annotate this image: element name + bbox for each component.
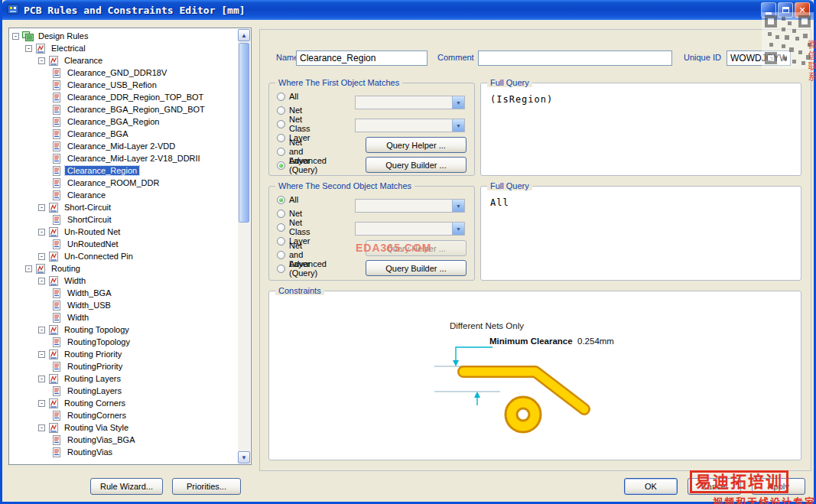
radio-net-and-layer[interactable]: Net and Layer	[277, 146, 310, 157]
second-match-class-combo[interactable]: ▼	[355, 222, 465, 236]
collapse-minus-icon[interactable]: -	[38, 204, 45, 211]
collapse-minus-icon[interactable]: -	[38, 327, 45, 333]
tree-item-label: Clearance_DDR_Region_TOP_BOT	[65, 93, 206, 102]
tree-item-width[interactable]: -Width	[10, 275, 237, 287]
tree-item-clearance-mid-layer-2-vdd[interactable]: Clearance_Mid-Layer 2-VDD	[10, 140, 237, 152]
rule-icon	[51, 190, 63, 200]
tree-item-label: Clearance_USB_Refion	[65, 80, 159, 89]
chevron-down-icon[interactable]: ▼	[452, 119, 464, 132]
collapse-minus-icon[interactable]: -	[38, 400, 45, 407]
tree-item-routing-topology[interactable]: -Routing Topology	[10, 324, 237, 336]
tree-item-label: Clearance_ROOM_DDR	[65, 178, 161, 187]
first-match-net-combo[interactable]: ▼	[355, 96, 465, 109]
priorities-button[interactable]: Priorities...	[172, 478, 241, 495]
tree-item-clearance-bga-region-gnd-bot[interactable]: Clearance_BGA_Region_GND_BOT	[10, 103, 237, 115]
tree-item-label: Electrical	[49, 44, 88, 53]
tree-item-width-usb[interactable]: Width_USB	[10, 299, 237, 311]
comment-input[interactable]	[478, 50, 672, 66]
tree-item-label: Clearance	[62, 56, 105, 65]
tree-item-label: Un-Connected Pin	[62, 252, 135, 261]
collapse-minus-icon[interactable]: -	[38, 424, 45, 431]
radio-net-class[interactable]: Net Class	[277, 222, 310, 232]
rule-type-icon	[48, 56, 60, 66]
radio-net-and-layer[interactable]: Net and Layer	[277, 249, 310, 260]
tree-item-unroutednet[interactable]: UnRoutedNet	[10, 238, 237, 250]
tree-item-un-connected-pin[interactable]: -Un-Connected Pin	[10, 250, 237, 262]
tree-item-label: Clearance_GND_DDR18V	[65, 68, 169, 77]
tree-item-clearance[interactable]: -Clearance	[10, 54, 237, 67]
radio-net[interactable]: Net	[277, 208, 302, 219]
second-object-matches-group: Where The Second Object Matches AllNetNe…	[268, 186, 475, 281]
scrollbar-thumb[interactable]	[239, 43, 249, 223]
scroll-up-icon[interactable]: ▲	[238, 29, 250, 41]
radio-net-class[interactable]: Net Class	[277, 119, 310, 129]
tree-item-routing-priority[interactable]: -Routing Priority	[10, 348, 237, 360]
rule-icon	[51, 337, 63, 347]
tree-item-routing-corners[interactable]: -Routing Corners	[10, 397, 237, 409]
tree-item-routingpriority[interactable]: RoutingPriority	[10, 360, 237, 372]
collapse-minus-icon[interactable]: -	[38, 253, 45, 260]
tree-item-routingcorners[interactable]: RoutingCorners	[10, 409, 237, 421]
first-match-class-combo[interactable]: ▼	[355, 119, 465, 132]
tree-item-shortcircuit[interactable]: ShortCircuit	[10, 213, 237, 226]
radio-icon	[277, 148, 285, 156]
tree-item-routing-via-style[interactable]: -Routing Via Style	[10, 421, 237, 434]
tree-item-clearance-bga[interactable]: Clearance_BGA	[10, 128, 237, 140]
collapse-minus-icon[interactable]: -	[25, 265, 32, 272]
radio-icon	[277, 106, 285, 115]
tree-item-routing[interactable]: -Routing	[10, 262, 237, 275]
radio-advanced-query[interactable]: Advanced (Query)	[277, 263, 327, 274]
design-rules-icon	[22, 31, 34, 41]
collapse-minus-icon[interactable]: -	[38, 229, 45, 236]
tree-item-routing-layers[interactable]: -Routing Layers	[10, 372, 237, 385]
collapse-minus-icon[interactable]: -	[12, 33, 19, 40]
tree-item-short-circuit[interactable]: -Short-Circuit	[10, 201, 237, 213]
tree-item-clearance-bga-region[interactable]: Clearance_BGA_Region	[10, 115, 237, 128]
rule-type-icon	[48, 350, 60, 359]
rule-wizard-button[interactable]: Rule Wizard...	[90, 478, 163, 495]
tree-item-routinglayers[interactable]: RoutingLayers	[10, 385, 237, 397]
radio-all[interactable]: All	[277, 91, 298, 102]
radio-icon	[277, 223, 285, 232]
second-query-builder-button[interactable]: Query Builder ...	[366, 260, 467, 276]
second-match-net-combo[interactable]: ▼	[355, 199, 465, 213]
radio-all[interactable]: All	[277, 194, 298, 205]
tree-item-clearance-region[interactable]: Clearance_Region	[10, 164, 237, 177]
collapse-minus-icon[interactable]: -	[38, 351, 45, 358]
collapse-minus-icon[interactable]: -	[38, 57, 45, 64]
chevron-down-icon[interactable]: ▼	[452, 223, 464, 235]
tree-item-electrical[interactable]: -Electrical	[10, 42, 237, 54]
tree-item-label: ShortCircuit	[65, 215, 113, 224]
scroll-down-icon[interactable]: ▼	[238, 451, 250, 463]
chevron-down-icon[interactable]: ▼	[452, 96, 464, 109]
tree-item-routingvias-bga[interactable]: RoutingVias_BGA	[10, 434, 237, 446]
collapse-minus-icon[interactable]: -	[25, 45, 32, 52]
title-bar[interactable]: PCB Rules and Constraints Editor [mm] ✕	[2, 0, 814, 20]
tree-item-routingvias[interactable]: RoutingVias	[10, 446, 237, 458]
tree-item-routingtopology[interactable]: RoutingTopology	[10, 336, 237, 348]
first-query-helper-button[interactable]: Query Helper ...	[366, 137, 467, 153]
rule-name-input[interactable]	[296, 50, 428, 66]
collapse-minus-icon[interactable]: -	[38, 278, 45, 285]
tree-item-width-bga[interactable]: Width_BGA	[10, 287, 237, 299]
tree-item-clearance[interactable]: Clearance	[10, 189, 237, 201]
first-query-builder-button[interactable]: Query Builder ...	[366, 157, 467, 173]
tree-item-clearance-ddr-region-top-bot[interactable]: Clearance_DDR_Region_TOP_BOT	[10, 91, 237, 103]
tree-item-design-rules[interactable]: -Design Rules	[10, 30, 237, 42]
tree-item-un-routed-net[interactable]: -Un-Routed Net	[10, 226, 237, 238]
rule-icon	[51, 117, 63, 127]
radio-advanced-query[interactable]: Advanced (Query)	[277, 160, 327, 171]
tree-item-clearance-mid-layer-2-v18-ddrii[interactable]: Clearance_Mid-Layer 2-V18_DDRII	[10, 152, 237, 164]
tree-item-width[interactable]: Width	[10, 311, 237, 324]
tree-item-clearance-gnd-ddr18v[interactable]: Clearance_GND_DDR18V	[10, 67, 237, 79]
tree-item-clearance-usb-refion[interactable]: Clearance_USB_Refion	[10, 79, 237, 91]
ok-button[interactable]: OK	[624, 478, 678, 495]
tree-item-label: Width_USB	[65, 301, 113, 310]
tree-item-clearance-room-ddr[interactable]: Clearance_ROOM_DDR	[10, 177, 237, 189]
collapse-minus-icon[interactable]: -	[38, 376, 45, 382]
radio-net[interactable]: Net	[277, 105, 302, 115]
tree-scrollbar[interactable]: ▲ ▼	[238, 29, 250, 463]
chevron-down-icon[interactable]: ▼	[452, 200, 464, 212]
radio-icon	[277, 93, 285, 101]
radio-icon	[277, 251, 285, 259]
